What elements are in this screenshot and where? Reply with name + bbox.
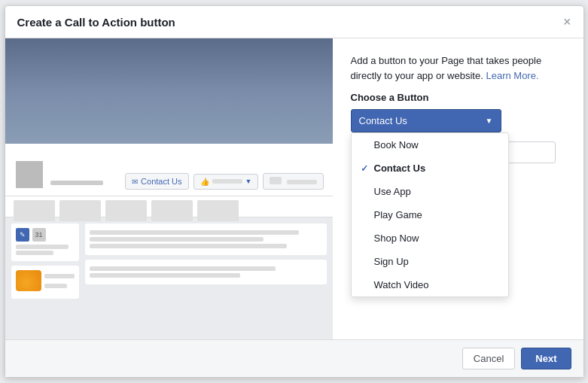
dropdown-item-play-game[interactable]: Play Game (352, 203, 508, 226)
nav-tab-3 (105, 200, 147, 221)
cta-button-label: Contact Us (141, 177, 181, 186)
check-shop-now (361, 233, 370, 244)
post-line-3 (90, 244, 288, 248)
main-column (85, 223, 327, 299)
calendar-sq-icon: 31 (32, 228, 46, 242)
choose-button-section: Choose a Button Contact Us ▼ Book Now (351, 92, 565, 132)
dropdown-label-shop-now: Shop Now (374, 233, 419, 244)
dropdown-label-contact-us: Contact Us (374, 163, 426, 174)
nav-tab-2 (59, 200, 101, 221)
sidebar-column: ✎ 31 (11, 223, 79, 299)
dropdown-label-sign-up: Sign Up (374, 256, 409, 267)
check-contact-us: ✓ (361, 163, 370, 174)
dropdown-selected-label: Contact Us (359, 115, 407, 126)
cover-photo (5, 38, 333, 144)
check-use-app (361, 187, 370, 197)
fruit-lines (44, 272, 75, 290)
dropdown-arrow-icon: ▼ (486, 117, 493, 125)
dropdown-item-sign-up[interactable]: Sign Up (352, 250, 508, 273)
post-box-2 (85, 260, 327, 284)
dropdown-item-contact-us[interactable]: ✓ Contact Us (352, 157, 508, 180)
post-line-1 (90, 230, 299, 235)
dialog-title: Create a Call to Action button (17, 16, 175, 29)
fb-page-mockup: ✉ Contact Us 👍 ▼ (5, 38, 333, 339)
sidebar-line-2 (16, 251, 53, 255)
dropdown-container: Contact Us ▼ Book Now ✓ Contact Us (351, 109, 501, 132)
like-button-mockup: 👍 ▼ (193, 174, 259, 190)
check-watch-video (361, 280, 370, 290)
dropdown-wrapper: Contact Us ▼ Book Now ✓ Contact Us (351, 109, 565, 132)
dialog: Create a Call to Action button × ✉ (5, 5, 584, 378)
cta-button-mockup: ✉ Contact Us (125, 173, 188, 190)
nav-tab-5 (197, 200, 239, 221)
close-icon[interactable]: × (563, 15, 571, 29)
left-panel: ✉ Contact Us 👍 ▼ (5, 38, 333, 339)
page-name-placeholder (50, 181, 103, 185)
like-bar (212, 179, 242, 184)
dialog-header: Create a Call to Action button × (5, 6, 583, 38)
post-line-5 (90, 273, 241, 278)
dialog-body: ✉ Contact Us 👍 ▼ (5, 38, 583, 339)
post-line-4 (90, 266, 276, 271)
description-text: Add a button to your Page that takes peo… (351, 53, 565, 83)
profile-pic (14, 160, 44, 190)
fruit-image (16, 270, 41, 291)
post-line-2 (90, 237, 264, 242)
dropdown-selected[interactable]: Contact Us ▼ (351, 109, 501, 132)
message-button-mockup (263, 173, 323, 190)
message-bar (270, 177, 282, 184)
sidebar-box-1: ✎ 31 (11, 223, 79, 261)
thumb-icon: 👍 (200, 178, 209, 186)
dropdown-item-use-app[interactable]: Use App (352, 180, 508, 203)
envelope-icon: ✉ (132, 178, 138, 186)
dropdown-item-book-now[interactable]: Book Now (352, 133, 508, 157)
content-area: ✎ 31 (5, 217, 333, 305)
learn-more-link[interactable]: Learn More. (486, 70, 538, 81)
dropdown-label-play-game: Play Game (374, 209, 422, 220)
calendar-text: 31 (35, 231, 42, 239)
dropdown-item-watch-video[interactable]: Watch Video (352, 273, 508, 296)
sidebar-box-2 (11, 266, 79, 299)
post-box-1 (85, 223, 327, 255)
action-bar: ✉ Contact Us 👍 ▼ (125, 173, 323, 190)
nav-tab-4 (151, 200, 193, 221)
check-play-game (361, 210, 370, 220)
profile-area: ✉ Contact Us 👍 ▼ (5, 144, 333, 196)
fruit-line-1 (44, 274, 75, 278)
dropdown-item-shop-now[interactable]: Shop Now (352, 226, 508, 250)
dropdown-menu: Book Now ✓ Contact Us Use App (351, 132, 509, 297)
right-panel: Add a button to your Page that takes peo… (333, 38, 583, 339)
check-sign-up (361, 257, 370, 267)
sidebar-icon-row-1: ✎ 31 (16, 228, 75, 242)
check-book-now (361, 140, 370, 150)
dropdown-label-use-app: Use App (374, 186, 411, 197)
next-button[interactable]: Next (521, 348, 571, 369)
dropdown-label-watch-video: Watch Video (374, 279, 429, 290)
edit-icon: ✎ (16, 228, 29, 242)
message-bar2 (287, 180, 317, 184)
nav-tabs-mockup (5, 196, 333, 217)
fruit-row (16, 270, 75, 291)
sidebar-line-1 (16, 245, 69, 249)
nav-tab-1 (14, 200, 55, 221)
choose-button-label: Choose a Button (351, 92, 565, 103)
dialog-footer: Cancel Next (5, 339, 583, 377)
cancel-button[interactable]: Cancel (462, 348, 515, 369)
dropdown-label-book-now: Book Now (374, 139, 419, 150)
fruit-line-2 (44, 284, 67, 288)
like-chevron: ▼ (245, 178, 252, 185)
